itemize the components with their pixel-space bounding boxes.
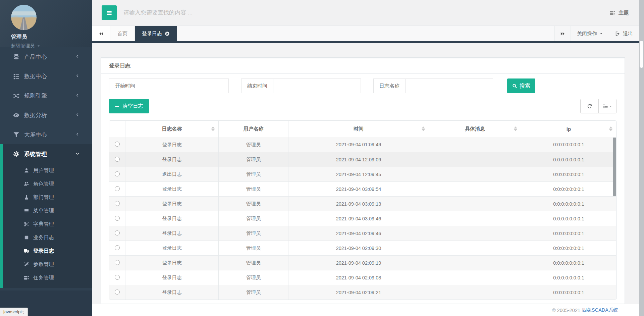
chevron-down-icon — [74, 152, 81, 156]
column-header-ip[interactable]: ip — [521, 121, 616, 137]
table-row[interactable]: 登录日志管理员2021-09-04 02:09:080:0:0:0:0:0:0:… — [109, 270, 616, 285]
row-radio[interactable] — [115, 201, 120, 206]
table-scrollbar-thumb[interactable] — [613, 138, 616, 196]
theme-button[interactable]: 主题 — [609, 0, 629, 25]
table-row[interactable]: 登录日志管理员2021-09-04 02:09:300:0:0:0:0:0:0:… — [109, 241, 616, 255]
user-name: 管理员 — [11, 34, 92, 41]
column-label: 具体消息 — [465, 126, 485, 131]
table-row[interactable]: 登录日志管理员2021-09-04 02:09:210:0:0:0:0:0:0:… — [109, 285, 616, 300]
table-row[interactable]: 登录日志管理员2021-09-04 12:09:090:0:0:0:0:0:0:… — [109, 152, 616, 167]
sidebar-item-task-management[interactable]: 任务管理 — [0, 271, 92, 284]
scissors-icon — [23, 221, 30, 227]
cell-log-name: 登录日志 — [125, 137, 218, 152]
row-radio[interactable] — [115, 260, 120, 265]
sidebar-group-wrap-rule-engine: 规则引擎 — [0, 86, 92, 105]
table-options-group — [580, 99, 616, 113]
sidebar-item-user-management[interactable]: 用户管理 — [0, 164, 92, 177]
caret-down-icon — [600, 32, 603, 35]
cell-log-name: 登录日志 — [125, 270, 218, 285]
sidebar-group-system-management[interactable]: 系统管理 — [0, 144, 92, 164]
sidebar-group-wrap-data-analysis: 数据分析 — [0, 105, 92, 125]
road-photo-avatar — [11, 5, 37, 30]
log-table-wrap: 日志名称用户名称时间具体消息ip 登录日志管理员2021-09-04 01:09… — [109, 120, 616, 300]
clear-logs-button[interactable]: 清空日志 — [109, 99, 149, 113]
sidebar-group-wrap-screen-center: 大屏中心 — [0, 125, 92, 144]
sidebar-item-parameter-management[interactable]: 参数管理 — [0, 258, 92, 271]
sidebar-item-menu-management[interactable]: 菜单管理 — [0, 204, 92, 217]
cell-ip: 0:0:0:0:0:0:0:1 — [521, 226, 616, 241]
cell-time: 2021-09-04 03:09:46 — [288, 211, 429, 226]
brand-link[interactable]: 四象SCADA系统 — [582, 307, 618, 313]
tabs-scroll-right-button[interactable] — [554, 26, 571, 41]
row-radio[interactable] — [115, 245, 120, 250]
sidebar-group-label: 数据分析 — [24, 111, 47, 119]
filter-input-end-time[interactable] — [273, 78, 361, 93]
table-row[interactable]: 登录日志管理员2021-09-04 02:09:190:0:0:0:0:0:0:… — [109, 255, 616, 270]
logout-button[interactable]: 退出 — [609, 26, 639, 41]
cell-time: 2021-09-04 02:09:19 — [288, 255, 429, 270]
global-search-input[interactable] — [123, 6, 331, 19]
filter-input-log-name[interactable] — [406, 78, 493, 93]
table-row[interactable]: 登录日志管理员2021-09-04 03:09:540:0:0:0:0:0:0:… — [109, 181, 616, 196]
row-radio[interactable] — [115, 275, 120, 280]
angle-double-right-icon — [560, 31, 565, 36]
sidebar-group-product-center[interactable]: 产品中心 — [0, 47, 92, 66]
sidebar-group-label: 规则引擎 — [24, 92, 47, 100]
sidebar-group-screen-center[interactable]: 大屏中心 — [0, 125, 92, 144]
cell-user-name: 管理员 — [218, 137, 288, 152]
cell-select — [109, 211, 125, 226]
tab-首页[interactable]: 首页 — [110, 26, 135, 41]
page-scrollbar-thumb[interactable] — [640, 41, 643, 68]
table-row[interactable]: 登录日志管理员2021-09-04 02:09:460:0:0:0:0:0:0:… — [109, 226, 616, 241]
row-radio[interactable] — [115, 171, 120, 176]
sidebar-item-login-log[interactable]: 登录日志 — [0, 244, 92, 258]
row-radio[interactable] — [115, 186, 120, 191]
refresh-icon — [587, 104, 592, 109]
filter-input-start-time[interactable] — [141, 78, 229, 93]
search-button[interactable]: 搜索 — [507, 78, 535, 93]
sidebar-item-label: 业务日志 — [33, 234, 54, 241]
sidebar-group-rule-engine[interactable]: 规则引擎 — [0, 86, 92, 105]
column-header-message[interactable]: 具体消息 — [429, 121, 521, 137]
copyright-text: © 2005-2021 — [552, 308, 580, 313]
sidebar-item-role-management[interactable]: 角色管理 — [0, 177, 92, 191]
sidebar-item-department-management[interactable]: 部门管理 — [0, 191, 92, 204]
minus-icon — [115, 104, 119, 109]
sidebar-group-data-center[interactable]: 数据中心 — [0, 66, 92, 86]
row-radio[interactable] — [115, 142, 120, 147]
cell-select — [109, 152, 125, 167]
column-header-log_name[interactable]: 日志名称 — [125, 121, 218, 137]
cell-user-name: 管理员 — [218, 255, 288, 270]
cell-message — [429, 255, 521, 270]
circle-close-icon[interactable] — [165, 31, 170, 36]
cell-time: 2021-09-04 03:09:13 — [288, 196, 429, 211]
tabs-scroll-left-button[interactable] — [92, 26, 110, 41]
table-row[interactable]: 退出日志管理员2021-09-04 12:09:450:0:0:0:0:0:0:… — [109, 167, 616, 181]
row-radio[interactable] — [115, 289, 120, 295]
close-operations-dropdown[interactable]: 关闭操作 — [571, 26, 609, 41]
avatar[interactable] — [11, 5, 37, 30]
column-header-time[interactable]: 时间 — [288, 121, 429, 137]
angle-double-left-icon — [99, 31, 104, 36]
table-row[interactable]: 登录日志管理员2021-09-04 03:09:460:0:0:0:0:0:0:… — [109, 211, 616, 226]
sidebar-item-business-log[interactable]: 业务日志 — [0, 231, 92, 244]
cell-ip: 0:0:0:0:0:0:0:1 — [521, 241, 616, 255]
table-row[interactable]: 登录日志管理员2021-09-04 03:09:130:0:0:0:0:0:0:… — [109, 196, 616, 211]
table-row[interactable]: 登录日志管理员2021-09-04 01:09:490:0:0:0:0:0:0:… — [109, 137, 616, 152]
row-radio[interactable] — [115, 216, 120, 221]
cell-message — [429, 181, 521, 196]
row-radio[interactable] — [115, 157, 120, 162]
sidebar: 管理员 超级管理员 产品中心数据中心规则引擎数据分析大屏中心系统管理用户管理角色… — [0, 0, 92, 316]
cell-message — [429, 285, 521, 300]
tab-登录日志[interactable]: 登录日志 — [135, 26, 177, 41]
sidebar-item-label: 任务管理 — [33, 274, 54, 281]
sidebar-item-label: 角色管理 — [33, 180, 54, 188]
user-role-dropdown[interactable]: 超级管理员 — [11, 43, 92, 49]
row-radio[interactable] — [115, 230, 120, 235]
sidebar-item-dictionary-management[interactable]: 字典管理 — [0, 217, 92, 231]
sidebar-group-data-analysis[interactable]: 数据分析 — [0, 105, 92, 125]
refresh-button[interactable] — [581, 99, 598, 113]
page-scrollbar[interactable] — [639, 0, 644, 316]
columns-dropdown-button[interactable] — [598, 99, 616, 113]
hamburger-menu-button[interactable] — [102, 5, 117, 20]
